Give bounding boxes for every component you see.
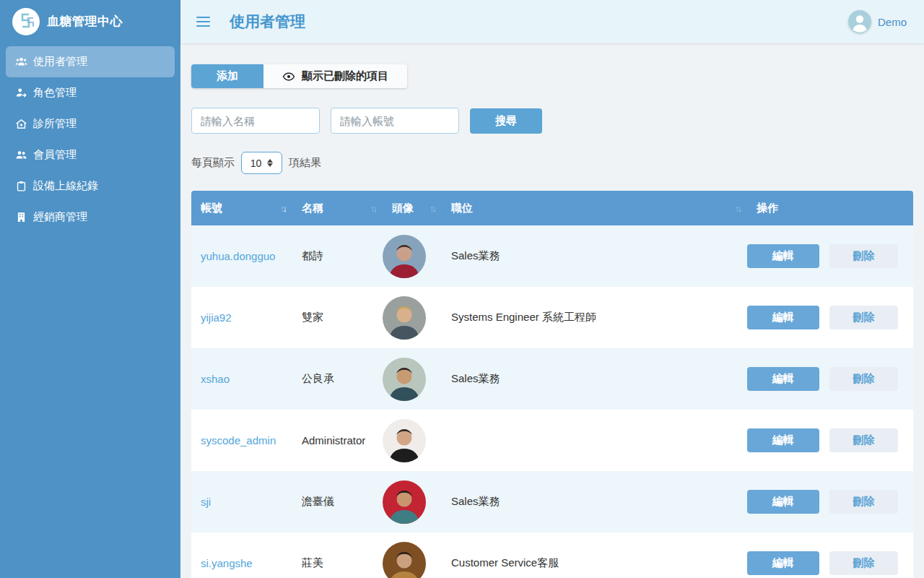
sort-icon[interactable]: ↑↓ xyxy=(370,203,375,214)
account-link[interactable]: si.yangshe xyxy=(201,557,253,569)
user-photo xyxy=(383,480,426,524)
edit-button[interactable]: 編輯 xyxy=(747,367,819,391)
sidebar-item-label: 診所管理 xyxy=(33,117,77,131)
sidebar: 血糖管理中心 使用者管理 角色管理 診所管理 會員管理 設備上線紀錄 經銷商管理 xyxy=(0,0,180,578)
main-area: 使用者管理 Demo 添加 xyxy=(180,0,924,578)
page-size-select[interactable]: 10 xyxy=(241,152,282,174)
account-link[interactable]: xshao xyxy=(201,373,230,385)
sidebar-item-label: 使用者管理 xyxy=(33,55,87,69)
sidebar-item-label: 會員管理 xyxy=(33,148,77,162)
members-icon xyxy=(14,149,27,162)
sidebar-item-members[interactable]: 會員管理 xyxy=(6,139,175,171)
user-position: Sales業務 xyxy=(442,372,747,386)
table-row: xshao 公良承 Sales業務 編輯 刪除 xyxy=(191,348,913,410)
page-size-prefix: 每頁顯示 xyxy=(191,156,235,170)
edit-button[interactable]: 編輯 xyxy=(747,490,819,514)
page-size-row: 每頁顯示 10 項結果 xyxy=(191,152,913,174)
clinic-icon xyxy=(14,118,27,131)
account-search-input[interactable] xyxy=(331,108,459,134)
column-label: 名稱 xyxy=(302,202,323,215)
show-deleted-label: 顯示已刪除的項目 xyxy=(302,69,388,83)
users-table: 帳號 ↑↓ 名稱 ↑↓ 頭像 ↑↓ 職位 ↑↓ 操作 yuhua.dongguo… xyxy=(191,191,913,578)
edit-button[interactable]: 編輯 xyxy=(747,244,819,268)
column-label: 頭像 xyxy=(392,202,414,215)
table-header-row: 帳號 ↑↓ 名稱 ↑↓ 頭像 ↑↓ 職位 ↑↓ 操作 xyxy=(191,191,913,225)
sort-icon[interactable]: ↑↓ xyxy=(735,203,740,214)
sidebar-item-dealers[interactable]: 經銷商管理 xyxy=(6,202,175,233)
user-photo xyxy=(383,296,426,340)
table-row: sji 澹臺儀 Sales業務 編輯 刪除 xyxy=(191,471,913,532)
table-row: syscode_admin Administrator 編輯 刪除 xyxy=(191,410,913,471)
column-header[interactable]: 帳號 ↑↓ xyxy=(191,202,292,215)
delete-button[interactable]: 刪除 xyxy=(829,551,898,575)
column-label: 操作 xyxy=(757,202,778,215)
topbar: 使用者管理 Demo xyxy=(180,0,924,43)
edit-button[interactable]: 編輯 xyxy=(747,551,819,575)
account-link[interactable]: yijia92 xyxy=(201,311,232,324)
users-icon xyxy=(14,56,27,69)
column-label: 職位 xyxy=(451,202,473,215)
toolbar: 添加 顯示已刪除的項目 xyxy=(191,64,407,88)
user-name: Administrator xyxy=(292,434,383,447)
add-button[interactable]: 添加 xyxy=(191,64,263,88)
column-header[interactable]: 操作 xyxy=(747,202,913,215)
page-title: 使用者管理 xyxy=(230,12,305,32)
user-name: 澹臺儀 xyxy=(292,495,383,509)
column-header[interactable]: 名稱 ↑↓ xyxy=(292,202,383,215)
table-row: si.yangshe 莊美 Customer Service客服 編輯 刪除 xyxy=(191,532,913,578)
dealer-icon xyxy=(14,211,27,224)
sidebar-item-clinics[interactable]: 診所管理 xyxy=(6,108,175,139)
sidebar-item-label: 設備上線紀錄 xyxy=(33,179,98,193)
user-role-icon xyxy=(14,87,27,100)
user-name: 公良承 xyxy=(292,372,383,386)
sort-icon[interactable]: ↑↓ xyxy=(430,203,435,214)
user-position: Sales業務 xyxy=(442,495,747,509)
content: 添加 顯示已刪除的項目 搜尋 每頁顯示 xyxy=(180,43,924,578)
sidebar-item-label: 角色管理 xyxy=(33,86,77,100)
column-header[interactable]: 頭像 ↑↓ xyxy=(383,202,442,215)
page-size-value: 10 xyxy=(250,158,262,169)
account-link[interactable]: sji xyxy=(201,496,211,508)
user-photo xyxy=(383,358,426,401)
user-name: 莊美 xyxy=(292,556,383,570)
table-row: yijia92 雙家 Systems Engineer 系統工程師 編輯 刪除 xyxy=(191,287,913,348)
account-link[interactable]: syscode_admin xyxy=(201,434,276,447)
delete-button[interactable]: 刪除 xyxy=(829,428,898,452)
delete-button[interactable]: 刪除 xyxy=(829,244,898,268)
delete-button[interactable]: 刪除 xyxy=(829,306,898,329)
user-menu[interactable]: Demo xyxy=(848,10,907,33)
sidebar-item-users[interactable]: 使用者管理 xyxy=(6,46,175,77)
search-row: 搜尋 xyxy=(191,108,913,134)
account-link[interactable]: yuhua.dongguo xyxy=(201,250,275,262)
delete-button[interactable]: 刪除 xyxy=(829,490,898,514)
table-row: yuhua.dongguo 都詩 Sales業務 編輯 刪除 xyxy=(191,225,913,287)
delete-button[interactable]: 刪除 xyxy=(829,367,898,391)
user-photo xyxy=(383,542,426,578)
search-button[interactable]: 搜尋 xyxy=(470,108,542,134)
sort-icon[interactable]: ↑↓ xyxy=(280,203,285,214)
edit-button[interactable]: 編輯 xyxy=(747,428,819,452)
show-deleted-button[interactable]: 顯示已刪除的項目 xyxy=(263,64,407,88)
sidebar-item-device-log[interactable]: 設備上線紀錄 xyxy=(6,171,175,202)
column-header[interactable]: 職位 ↑↓ xyxy=(442,202,747,215)
sidebar-item-roles[interactable]: 角色管理 xyxy=(6,77,175,108)
app-window: 血糖管理中心 使用者管理 角色管理 診所管理 會員管理 設備上線紀錄 經銷商管理… xyxy=(0,0,924,578)
name-search-input[interactable] xyxy=(191,108,320,134)
column-label: 帳號 xyxy=(201,202,222,215)
stepper-icon xyxy=(267,159,273,167)
edit-button[interactable]: 編輯 xyxy=(747,306,819,329)
brand-logo-icon xyxy=(12,7,40,36)
user-name: 雙家 xyxy=(292,311,383,324)
user-avatar-icon xyxy=(848,10,871,33)
user-name: 都詩 xyxy=(292,249,383,263)
menu-toggle-icon[interactable] xyxy=(196,17,210,27)
brand: 血糖管理中心 xyxy=(0,0,180,43)
user-name-label: Demo xyxy=(878,16,907,28)
user-position: Systems Engineer 系統工程師 xyxy=(442,311,747,324)
user-photo xyxy=(383,235,426,278)
table-body: yuhua.dongguo 都詩 Sales業務 編輯 刪除 yijia92 雙… xyxy=(191,225,913,578)
user-position: Sales業務 xyxy=(442,249,747,263)
brand-name: 血糖管理中心 xyxy=(47,13,123,30)
eye-icon xyxy=(282,70,295,83)
user-photo xyxy=(383,419,426,462)
